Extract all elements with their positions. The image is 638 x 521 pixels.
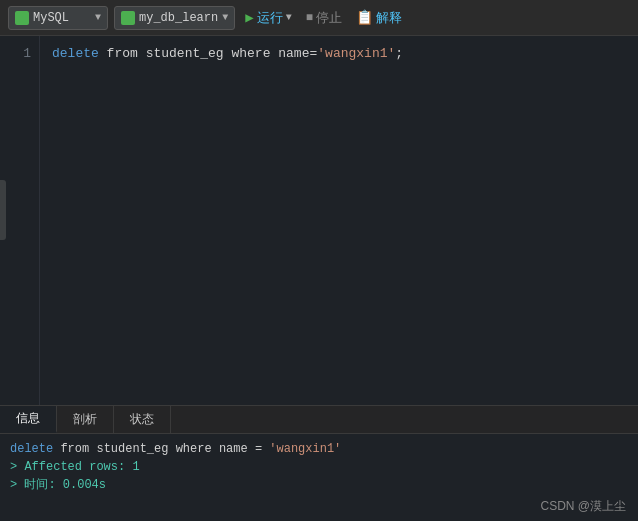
bottom-panel: 信息 剖析 状态 delete from student_eg where na… [0,406,638,521]
output-where-kw: where [176,442,219,456]
code-content[interactable]: delete from student_eg where name='wangx… [40,36,638,405]
stop-square-icon: ■ [306,11,313,25]
output-delete-kw: delete [10,442,53,456]
output-table: student_eg [96,442,168,456]
code-delete-kw: delete [52,46,99,61]
output-line-1: delete from student_eg where name = 'wan… [10,440,628,458]
mysql-label: MySQL [33,11,69,25]
db-label: my_db_learn [139,11,218,25]
output-eq: = [255,442,262,456]
output-line-3: > 时间: 0.004s [10,476,628,494]
code-field-name: name [278,46,309,61]
affected-rows-text: > Affected rows: 1 [10,460,140,474]
code-semicolon: ; [395,46,403,61]
tab-profile-label: 剖析 [73,411,97,428]
watermark: CSDN @漠上尘 [540,498,626,515]
tab-info-label: 信息 [16,410,40,427]
output-from-kw: from [60,442,96,456]
run-play-icon: ▶ [245,9,253,26]
tab-info[interactable]: 信息 [0,406,57,433]
code-string-value: 'wangxin1' [317,46,395,61]
mysql-chevron-icon: ▼ [95,12,101,23]
mysql-dropdown[interactable]: MySQL ▼ [8,6,108,30]
stop-button[interactable]: ■ 停止 [302,7,346,29]
code-where-kw: where [224,46,279,61]
mysql-icon [15,11,29,25]
tab-status[interactable]: 状态 [114,406,171,433]
tab-status-label: 状态 [130,411,154,428]
run-label: 运行 [257,9,283,27]
watermark-text: CSDN @漠上尘 [540,499,626,513]
run-button[interactable]: ▶ 运行 ▼ [241,7,295,29]
code-table-name: student_eg [146,46,224,61]
db-icon [121,11,135,25]
time-text: > 时间: 0.004s [10,478,106,492]
editor-area: 1 delete from student_eg where name='wan… [0,36,638,406]
line-number-1: 1 [23,46,31,61]
toolbar: MySQL ▼ my_db_learn ▼ ▶ 运行 ▼ ■ 停止 📋 解释 [0,0,638,36]
code-from-kw: from [99,46,146,61]
output-value: 'wangxin1' [269,442,341,456]
db-dropdown[interactable]: my_db_learn ▼ [114,6,235,30]
db-chevron-icon: ▼ [222,12,228,23]
explain-icon: 📋 [356,9,373,26]
explain-label: 解释 [376,9,402,27]
tab-profile[interactable]: 剖析 [57,406,114,433]
left-panel-handle [0,180,6,240]
run-chevron-icon: ▼ [286,12,292,23]
output-field: name [219,442,248,456]
output-line-2: > Affected rows: 1 [10,458,628,476]
line-numbers: 1 [0,36,40,405]
stop-label: 停止 [316,9,342,27]
tabs-bar: 信息 剖析 状态 [0,406,638,434]
explain-button[interactable]: 📋 解释 [352,7,406,29]
output-area: delete from student_eg where name = 'wan… [0,434,638,521]
